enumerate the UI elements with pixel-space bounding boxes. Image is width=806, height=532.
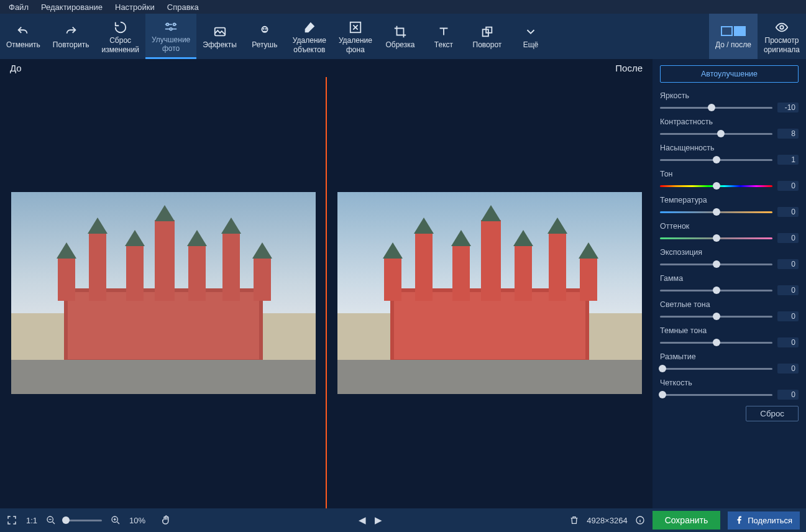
slider-thumb[interactable] <box>713 260 720 268</box>
slider-thumb[interactable] <box>713 287 720 294</box>
slider-thumb[interactable] <box>713 182 720 190</box>
slider-Четкость: Четкость0 <box>660 378 799 400</box>
slider-value[interactable]: 0 <box>777 233 799 243</box>
effects-tab[interactable]: Эффекты <box>196 14 243 59</box>
slider-track[interactable] <box>660 159 772 161</box>
slider-thumb[interactable] <box>659 391 666 398</box>
crop-tab[interactable]: Обрезка <box>378 14 422 59</box>
facebook-icon <box>735 516 744 525</box>
fit-label[interactable]: 1:1 <box>26 516 37 525</box>
reset-changes-button[interactable]: Сброс изменений <box>95 14 145 59</box>
view-original-button[interactable]: Просмотр оригинала <box>758 14 806 59</box>
slider-track[interactable] <box>660 107 772 109</box>
slider-Темные тона: Темные тона0 <box>660 326 799 347</box>
auto-enhance-button[interactable]: Автоулучшение <box>660 65 799 83</box>
retouch-tab[interactable]: Ретушь <box>243 14 286 59</box>
retouch-label: Ретушь <box>252 40 277 49</box>
slider-value[interactable]: 0 <box>777 311 799 321</box>
slider-thumb[interactable] <box>717 130 725 137</box>
reset-button[interactable]: Сброс <box>746 406 799 421</box>
slider-Гамма: Гамма0 <box>660 274 799 295</box>
more-tab[interactable]: Ещё <box>509 14 552 59</box>
slider-label: Тон <box>660 170 799 178</box>
trash-icon[interactable] <box>569 515 579 525</box>
svg-rect-10 <box>721 27 732 35</box>
undo-button[interactable]: Отменить <box>0 14 47 59</box>
menu-edit[interactable]: Редактирование <box>35 2 109 12</box>
slider-value[interactable]: 0 <box>777 181 799 191</box>
slider-Яркость: Яркость-10 <box>660 91 799 112</box>
slider-track[interactable] <box>660 290 772 291</box>
slider-Светлые тона: Светлые тона0 <box>660 300 799 321</box>
before-after-toggle[interactable]: До / после <box>709 14 758 59</box>
share-button[interactable]: Поделиться <box>728 511 800 530</box>
slider-Тон: Тон0 <box>660 170 799 191</box>
zoom-slider[interactable] <box>65 520 102 521</box>
view-original-label: Просмотр оригинала <box>764 36 800 54</box>
zoom-in-icon[interactable] <box>111 515 121 525</box>
slider-thumb[interactable] <box>708 104 715 111</box>
redo-button[interactable]: Повторить <box>47 14 96 59</box>
text-label: Текст <box>434 40 453 49</box>
slider-thumb[interactable] <box>713 234 720 242</box>
next-icon[interactable]: ▶ <box>375 515 382 526</box>
slider-thumb[interactable] <box>713 208 720 216</box>
menu-settings[interactable]: Настройки <box>109 2 161 12</box>
svg-point-2 <box>170 27 172 30</box>
rotate-tab[interactable]: Поворот <box>465 14 509 59</box>
slider-thumb[interactable] <box>713 313 720 320</box>
rotate-icon <box>480 23 494 40</box>
save-button[interactable]: Сохранить <box>653 511 721 530</box>
slider-value[interactable]: 1 <box>777 155 799 165</box>
crop-label: Обрезка <box>385 40 414 49</box>
slider-track[interactable] <box>660 316 772 318</box>
slider-thumb[interactable] <box>713 339 720 346</box>
status-bar: 1:1 10% ◀ ▶ 4928×3264 Сохранить Поделить… <box>0 508 806 532</box>
slider-track[interactable] <box>660 394 772 396</box>
slider-value[interactable]: 0 <box>777 259 799 269</box>
slider-value[interactable]: 0 <box>777 337 799 347</box>
slider-thumb[interactable] <box>713 156 720 163</box>
text-tab[interactable]: Текст <box>422 14 465 59</box>
after-image[interactable] <box>337 192 642 394</box>
menu-help[interactable]: Справка <box>161 2 205 12</box>
after-label: После <box>615 63 643 73</box>
prev-icon[interactable]: ◀ <box>359 515 366 526</box>
zoom-out-icon[interactable] <box>46 515 56 525</box>
slider-value[interactable]: 0 <box>777 285 799 295</box>
menu-file[interactable]: Файл <box>2 2 35 12</box>
slider-label: Гамма <box>660 274 799 283</box>
hand-tool-icon[interactable] <box>160 515 172 526</box>
slider-value[interactable]: 0 <box>777 390 799 400</box>
redo-icon <box>64 23 78 40</box>
slider-value[interactable]: -10 <box>777 103 799 112</box>
info-icon[interactable] <box>635 515 645 525</box>
reset-icon <box>114 19 127 36</box>
slider-thumb[interactable] <box>659 365 666 372</box>
before-after-icon <box>721 23 746 40</box>
slider-track[interactable] <box>660 368 772 370</box>
slider-value[interactable]: 0 <box>777 364 799 374</box>
remove-bg-tab[interactable]: Удаление фона <box>332 14 378 59</box>
slider-label: Светлые тона <box>660 300 799 309</box>
svg-point-5 <box>263 29 264 29</box>
slider-track[interactable] <box>660 264 772 265</box>
slider-value[interactable]: 0 <box>777 207 799 217</box>
slider-track[interactable] <box>660 133 772 135</box>
remove-objects-tab[interactable]: Удаление объектов <box>286 14 332 59</box>
slider-track[interactable] <box>660 185 772 187</box>
fullscreen-icon[interactable] <box>6 515 17 526</box>
more-label: Ещё <box>523 40 539 49</box>
before-image[interactable] <box>11 192 316 394</box>
compare-divider[interactable] <box>326 77 327 508</box>
enhance-tab[interactable]: Улучшение фото <box>145 14 196 59</box>
slider-track[interactable] <box>660 211 772 213</box>
before-pane <box>0 77 326 508</box>
slider-Оттенок: Оттенок0 <box>660 222 799 243</box>
slider-value[interactable]: 8 <box>777 129 799 139</box>
slider-track[interactable] <box>660 237 772 239</box>
slider-track[interactable] <box>660 342 772 344</box>
enhance-icon <box>164 18 178 35</box>
remove-bg-icon <box>349 19 362 36</box>
svg-point-12 <box>780 25 784 29</box>
